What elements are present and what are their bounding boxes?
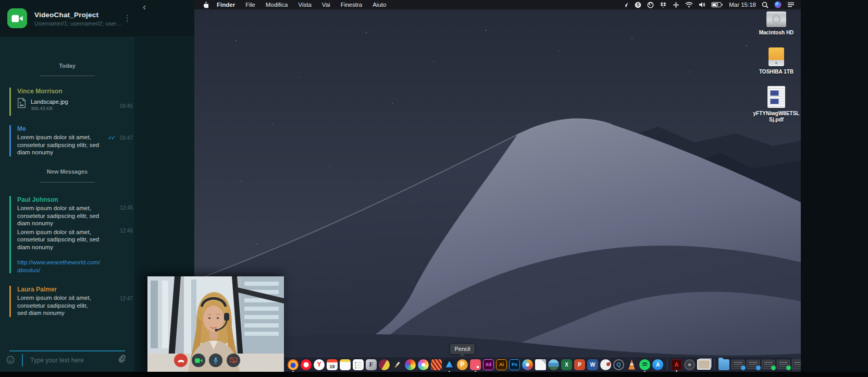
dock-window-thumb-firefox[interactable] — [792, 360, 801, 369]
dock-photos-stack[interactable] — [697, 359, 711, 370]
siri-icon[interactable] — [774, 1, 782, 8]
dock-affinity-designer[interactable] — [444, 359, 455, 370]
svg-text:S: S — [637, 2, 640, 7]
dock-spotify[interactable] — [639, 359, 650, 370]
menu-bar: FinderFileModificaVistaVaiFinestraAiuto … — [194, 0, 801, 9]
message-text: Lorem ipsum dolor sit amet, consetetur s… — [17, 133, 133, 156]
dock-pencil[interactable]: PPencil — [457, 359, 468, 370]
message-time: 12:47 — [120, 296, 133, 301]
dock-folder[interactable] — [718, 359, 729, 370]
menu-vista[interactable]: Vista — [293, 2, 317, 8]
dropbox-icon[interactable] — [660, 2, 667, 8]
battery-charging-icon[interactable] — [711, 2, 723, 8]
dock-stacks[interactable] — [548, 359, 559, 370]
chat-participants: Username#1; username#2; user… — [34, 20, 122, 27]
dock-separator — [714, 359, 715, 370]
dock-reminders[interactable] — [353, 359, 364, 370]
end-call-button[interactable] — [174, 354, 188, 367]
dock-window-thumb-chat[interactable] — [747, 360, 760, 369]
menu-file[interactable]: File — [240, 2, 261, 8]
dock-quicktime[interactable]: Q — [613, 359, 624, 370]
status-icons: S — [622, 2, 723, 8]
message-author: Laura Palmer — [17, 286, 133, 293]
message-text: Lorem ipsum dolor sit amet, consetetur s… — [17, 228, 133, 251]
menu-finder[interactable]: Finder — [212, 2, 240, 8]
skype-icon[interactable]: S — [635, 2, 641, 8]
menu-bar-right: S Mar 15:18 — [622, 1, 801, 8]
wifi-icon[interactable] — [685, 2, 693, 8]
dock-bear[interactable] — [600, 359, 611, 370]
macintosh-hd-icon[interactable] — [766, 11, 786, 27]
apple-logo-icon[interactable] — [202, 2, 212, 8]
dock-acrobat[interactable]: A — [671, 359, 682, 370]
file-size: 356.43 KB — [31, 106, 53, 111]
desktop-icons-column: Macintosh HD TOSHIBA 1TB yFTYNiwgW8ETSL … — [745, 11, 801, 134]
chat-menu-kebab-icon[interactable]: ⋮ — [123, 14, 131, 23]
dock-libreoffice[interactable] — [535, 359, 546, 370]
message-vince-morrison: Vince Morrison Landscape.jpg 356.43 KB 0… — [9, 88, 133, 116]
status-icons-right — [762, 1, 795, 8]
dock-window-thumb-call[interactable] — [762, 360, 775, 369]
dock-adobe-xd[interactable]: Xd — [483, 359, 494, 370]
attach-paperclip-icon[interactable] — [118, 355, 126, 364]
back-chevron-icon[interactable]: ‹ — [143, 1, 146, 13]
pdf-file-icon[interactable] — [767, 86, 785, 108]
location-icon[interactable] — [622, 2, 629, 8]
dock-color-wheel[interactable] — [405, 359, 416, 370]
spotlight-icon[interactable] — [762, 2, 768, 8]
dock-opera[interactable] — [301, 359, 312, 370]
menu-modifica[interactable]: Modifica — [261, 2, 293, 8]
message-text: Lorem ipsum dolor sit amet, consetetur s… — [17, 204, 133, 227]
read-receipt-checks-icon: ✓✓ — [108, 135, 114, 141]
dock-steering-app[interactable] — [684, 359, 695, 370]
dock-adobe-illustrator[interactable]: Ai — [496, 359, 507, 370]
dock-paintbrush-app[interactable] — [392, 359, 403, 370]
dock-word[interactable]: W — [587, 359, 598, 370]
message-time: 09:47 — [120, 135, 133, 141]
dock-firefox[interactable] — [288, 359, 299, 370]
dock-calendar[interactable]: 19 — [327, 359, 338, 370]
screen-share-toggle-button[interactable] — [227, 354, 240, 367]
volume-icon[interactable] — [699, 2, 705, 8]
message-time: 09:45 — [120, 103, 133, 109]
dock-highlights[interactable] — [470, 359, 481, 370]
macos-desktop: FinderFileModificaVistaVaiFinestraAiuto … — [194, 0, 801, 372]
swirl-icon[interactable] — [647, 2, 654, 8]
message-laura-palmer: Laura Palmer Lorem ipsum dolor sit amet,… — [9, 286, 133, 317]
running-indicator-dot — [676, 370, 677, 372]
running-indicator-dot — [475, 371, 476, 372]
dock-excel[interactable]: X — [561, 359, 572, 370]
menu-vai[interactable]: Vai — [317, 2, 336, 8]
emoji-smiley-icon[interactable] — [6, 356, 15, 366]
message-link[interactable]: http://www.wearetheworld.com/ aboutus/ — [17, 259, 100, 274]
dock-pencil-wheel[interactable] — [418, 359, 429, 370]
dock-app-store[interactable]: A — [652, 359, 663, 370]
dock-vlc[interactable] — [626, 359, 637, 370]
dock-tooltip: Pencil — [450, 344, 475, 354]
message-author: Me — [17, 125, 133, 132]
dock-notes[interactable] — [340, 359, 351, 370]
dock-window-thumb-whatsapp[interactable] — [777, 360, 790, 369]
message-input[interactable] — [29, 354, 109, 367]
menu-aiuto[interactable]: Aiuto — [367, 2, 391, 8]
file-attachment[interactable]: Landscape.jpg 356.43 KB — [17, 98, 133, 112]
notification-list-icon[interactable] — [787, 2, 795, 8]
menu-clock[interactable]: Mar 15:18 — [729, 2, 756, 8]
menu-finestra[interactable]: Finestra — [336, 2, 368, 8]
dock-window-thumb-doc[interactable] — [731, 360, 745, 369]
microphone-toggle-button[interactable] — [209, 354, 222, 367]
dock-yandex[interactable]: Y — [314, 359, 325, 370]
dock-affinity-photo[interactable] — [431, 359, 442, 370]
chat-message-list: Today Vince Morrison Landscape.jpg 356.4… — [0, 37, 134, 372]
file-name: Landscape.jpg — [31, 99, 68, 105]
dock-design-wheel[interactable] — [379, 359, 390, 370]
dock-font-book[interactable]: F — [366, 359, 377, 370]
dock-powerpoint[interactable]: P — [574, 359, 585, 370]
macintosh-hd-label: Macintosh HD — [759, 30, 794, 36]
dock-adobe-photoshop[interactable]: Ps — [509, 359, 520, 370]
running-indicator-dot — [292, 371, 294, 372]
toshiba-drive-icon[interactable] — [768, 47, 784, 66]
dock-swirl-browser[interactable] — [522, 359, 533, 370]
move-icon[interactable] — [673, 2, 679, 8]
camera-toggle-button[interactable] — [192, 354, 205, 367]
